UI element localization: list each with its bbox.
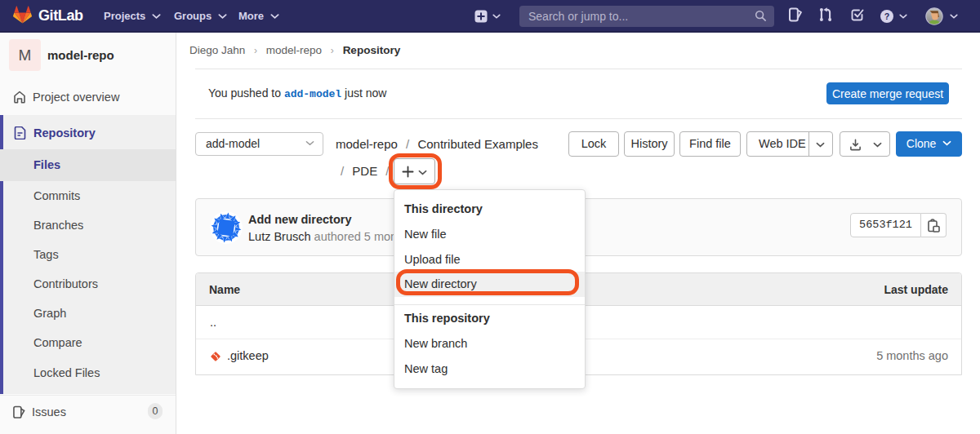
svg-text:?: ? xyxy=(884,11,890,21)
